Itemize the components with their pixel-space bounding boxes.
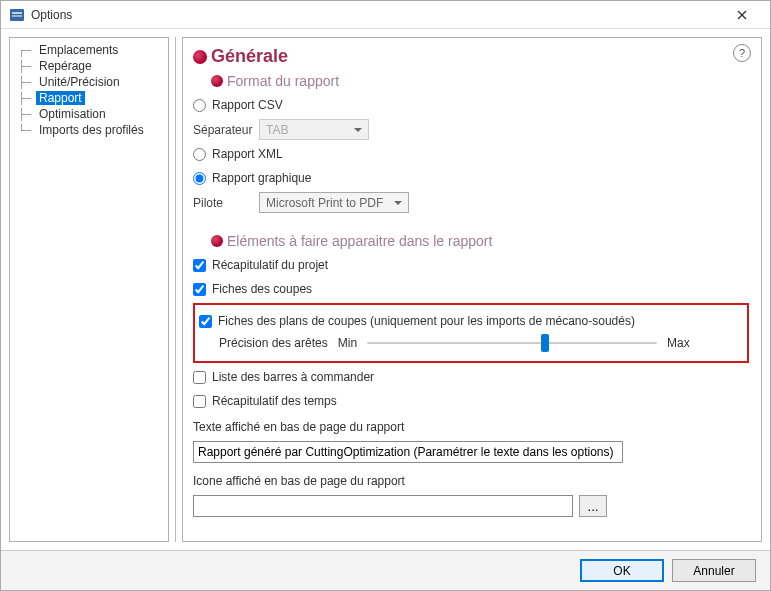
radio-graphique-label: Rapport graphique	[212, 171, 311, 185]
check-recap-projet-label: Récapitulatif du projet	[212, 258, 328, 272]
format-section-title: Format du rapport	[227, 73, 339, 89]
precision-min-label: Min	[338, 336, 357, 350]
radio-graphique[interactable]	[193, 172, 206, 185]
check-fiches-plans[interactable]	[199, 315, 212, 328]
check-fiches-coupes[interactable]	[193, 283, 206, 296]
bullet-icon	[211, 75, 223, 87]
browse-button[interactable]: ...	[579, 495, 607, 517]
check-recap-temps-label: Récapitulatif des temps	[212, 394, 337, 408]
tree-item-imports-profiles[interactable]: └─Imports des profilés	[10, 122, 168, 138]
tree-item-unite-precision[interactable]: ├─Unité/Précision	[10, 74, 168, 90]
titlebar: Options	[1, 1, 770, 29]
ok-button[interactable]: OK	[580, 559, 664, 582]
svg-rect-1	[12, 12, 22, 14]
check-recap-temps[interactable]	[193, 395, 206, 408]
cancel-button[interactable]: Annuler	[672, 559, 756, 582]
radio-csv-label: Rapport CSV	[212, 98, 283, 112]
elements-section-title: Eléments à faire apparaitre dans le rapp…	[227, 233, 492, 249]
separator-label: Séparateur	[193, 123, 253, 137]
help-icon: ?	[739, 47, 745, 59]
nav-tree: ┌─Emplacements ├─Repérage ├─Unité/Précis…	[9, 37, 169, 542]
slider-thumb[interactable]	[541, 334, 549, 352]
help-button[interactable]: ?	[733, 44, 751, 62]
check-fiches-plans-label: Fiches des plans de coupes (uniquement p…	[218, 314, 635, 328]
check-liste-barres[interactable]	[193, 371, 206, 384]
close-icon	[737, 10, 747, 20]
pilote-combo[interactable]: Microsoft Print to PDF	[259, 192, 409, 213]
tree-item-emplacements[interactable]: ┌─Emplacements	[10, 42, 168, 58]
main-panel: ? Générale Format du rapport Rapport CSV…	[182, 37, 762, 542]
tree-item-optimisation[interactable]: ├─Optimisation	[10, 106, 168, 122]
check-fiches-coupes-label: Fiches des coupes	[212, 282, 312, 296]
precision-max-label: Max	[667, 336, 690, 350]
texte-bas-input[interactable]	[193, 441, 623, 463]
arrow-icon	[193, 50, 207, 64]
texte-bas-label: Texte affiché en bas de page du rapport	[193, 420, 404, 434]
splitter[interactable]	[175, 37, 176, 542]
icone-bas-input[interactable]	[193, 495, 573, 517]
precision-label: Précision des arêtes	[219, 336, 328, 350]
icone-bas-label: Icone affiché en bas de page du rapport	[193, 474, 405, 488]
separator-combo[interactable]: TAB	[259, 119, 369, 140]
ellipsis-icon: ...	[587, 499, 598, 514]
check-liste-barres-label: Liste des barres à commander	[212, 370, 374, 384]
pilote-label: Pilote	[193, 196, 253, 210]
radio-xml-label: Rapport XML	[212, 147, 283, 161]
bullet-icon	[211, 235, 223, 247]
highlighted-option: Fiches des plans de coupes (uniquement p…	[193, 303, 749, 363]
page-title: Générale	[211, 46, 288, 67]
radio-xml[interactable]	[193, 148, 206, 161]
close-button[interactable]	[722, 2, 762, 28]
window-title: Options	[31, 8, 72, 22]
options-window: Options ┌─Emplacements ├─Repérage ├─Unit…	[0, 0, 771, 591]
app-icon	[9, 7, 25, 23]
check-recap-projet[interactable]	[193, 259, 206, 272]
precision-slider[interactable]	[367, 335, 657, 351]
svg-rect-2	[12, 15, 22, 17]
tree-item-reperage[interactable]: ├─Repérage	[10, 58, 168, 74]
tree-item-rapport[interactable]: ├─Rapport	[10, 90, 168, 106]
dialog-footer: OK Annuler	[1, 550, 770, 590]
radio-csv[interactable]	[193, 99, 206, 112]
